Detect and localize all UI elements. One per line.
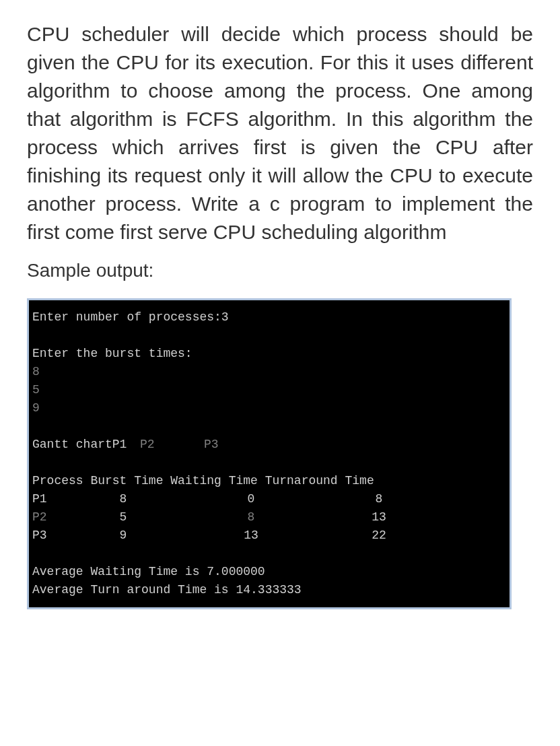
cell-burst: 8 (63, 490, 184, 508)
cell-wait: 0 (184, 490, 318, 508)
table-row: P1808 (32, 490, 506, 508)
cell-wait: 13 (184, 527, 318, 545)
gantt-process: P2 (140, 436, 204, 454)
cell-tat: 13 (318, 508, 440, 527)
table-row: P391322 (32, 527, 506, 545)
table-row: P25813 (32, 508, 506, 527)
gantt-chart-row: Gantt chartP1P2P3 (32, 436, 506, 454)
sample-output-label: Sample output: (27, 260, 533, 281)
question-text: CPU scheduler will decide which process … (27, 20, 533, 246)
table-header: Process Burst Time Waiting Time Turnarou… (32, 472, 506, 490)
terminal-line: Enter the burst times: (32, 345, 506, 363)
cell-process: P3 (32, 527, 63, 545)
avg-wait-line: Average Waiting Time is 7.000000 (32, 563, 506, 581)
cell-tat: 22 (318, 527, 440, 545)
cell-burst: 9 (63, 527, 184, 545)
cell-wait: 8 (184, 508, 318, 527)
terminal-input: 5 (32, 381, 506, 399)
cell-process: P2 (32, 508, 63, 527)
terminal-input: 9 (32, 399, 506, 417)
cell-burst: 5 (63, 508, 184, 527)
terminal-line: Enter number of processes:3 (32, 308, 506, 327)
gantt-process: P3 (204, 436, 268, 454)
terminal-input: 8 (32, 363, 506, 381)
avg-tat-line: Average Turn around Time is 14.333333 (32, 581, 506, 599)
gantt-label: Gantt chartP1 (32, 436, 140, 454)
cell-tat: 8 (318, 490, 440, 508)
terminal-output: Enter number of processes:3 Enter the bu… (27, 298, 512, 609)
cell-process: P1 (32, 490, 63, 508)
